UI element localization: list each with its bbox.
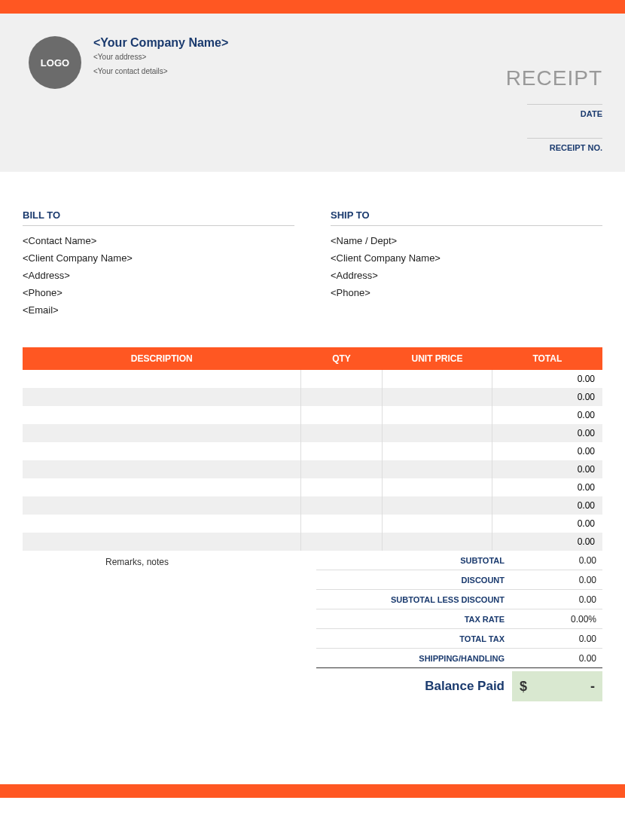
ship-to-address[interactable]: <Address>: [331, 270, 602, 281]
cell-unit-price[interactable]: [382, 515, 492, 533]
ship-to-column: SHIP TO <Name / Dept> <Client Company Na…: [331, 209, 602, 322]
discount-value[interactable]: 0.00: [512, 575, 602, 585]
cell-total[interactable]: 0.00: [492, 424, 602, 442]
total-tax-row: TOTAL TAX 0.00: [316, 629, 602, 649]
subtotal-label: SUBTOTAL: [316, 556, 512, 565]
cell-total[interactable]: 0.00: [492, 515, 602, 533]
cell-qty[interactable]: [301, 460, 383, 478]
cell-description[interactable]: [23, 442, 301, 460]
company-address[interactable]: <Your address>: [93, 53, 228, 61]
bottom-spacer: [0, 701, 625, 784]
ship-to-name[interactable]: <Name / Dept>: [331, 235, 602, 246]
balance-box: $ -: [512, 671, 602, 701]
subtotal-less-row: SUBTOTAL LESS DISCOUNT 0.00: [316, 590, 602, 609]
remarks-label[interactable]: Remarks, notes: [23, 551, 316, 701]
cell-description[interactable]: [23, 533, 301, 551]
cell-total[interactable]: 0.00: [492, 496, 602, 515]
cell-qty[interactable]: [301, 442, 383, 460]
cell-qty[interactable]: [301, 406, 383, 424]
bill-to-phone[interactable]: <Phone>: [23, 287, 294, 298]
cell-unit-price[interactable]: [382, 370, 492, 388]
shipping-label: SHIPPING/HANDLING: [316, 654, 512, 663]
cell-total[interactable]: 0.00: [492, 388, 602, 406]
cell-unit-price[interactable]: [382, 388, 492, 406]
cell-description[interactable]: [23, 496, 301, 515]
bill-to-heading: BILL TO: [23, 209, 294, 226]
col-total: TOTAL: [492, 347, 602, 370]
date-label: DATE: [527, 109, 602, 118]
table-row: 0.00: [23, 370, 602, 388]
document-title: RECEIPT: [506, 66, 602, 90]
cell-description[interactable]: [23, 478, 301, 496]
cell-total[interactable]: 0.00: [492, 406, 602, 424]
meta-block: DATE RECEIPT NO.: [527, 104, 602, 172]
header-section: LOGO <Your Company Name> <Your address> …: [0, 14, 625, 172]
table-row: 0.00: [23, 442, 602, 460]
cell-unit-price[interactable]: [382, 460, 492, 478]
cell-total[interactable]: 0.00: [492, 370, 602, 388]
cell-total[interactable]: 0.00: [492, 533, 602, 551]
col-unit-price: UNIT PRICE: [382, 347, 492, 370]
table-row: 0.00: [23, 424, 602, 442]
table-header-row: DESCRIPTION QTY UNIT PRICE TOTAL: [23, 347, 602, 370]
bill-to-contact[interactable]: <Contact Name>: [23, 235, 294, 246]
col-qty: QTY: [301, 347, 383, 370]
company-name[interactable]: <Your Company Name>: [93, 36, 228, 50]
receipt-no-label: RECEIPT NO.: [527, 143, 602, 152]
cell-qty[interactable]: [301, 496, 383, 515]
ship-to-company[interactable]: <Client Company Name>: [331, 252, 602, 264]
cell-qty[interactable]: [301, 478, 383, 496]
parties-section: BILL TO <Contact Name> <Client Company N…: [0, 172, 625, 337]
bill-to-company[interactable]: <Client Company Name>: [23, 252, 294, 264]
subtotal-less-value[interactable]: 0.00: [512, 594, 602, 605]
discount-row: DISCOUNT 0.00: [316, 570, 602, 590]
balance-currency: $: [520, 679, 527, 695]
cell-qty[interactable]: [301, 370, 383, 388]
ship-to-phone[interactable]: <Phone>: [331, 287, 602, 298]
cell-description[interactable]: [23, 515, 301, 533]
table-row: 0.00: [23, 496, 602, 515]
table-row: 0.00: [23, 533, 602, 551]
company-info: <Your Company Name> <Your address> <Your…: [93, 36, 228, 81]
summary-section: Remarks, notes SUBTOTAL 0.00 DISCOUNT 0.…: [23, 551, 602, 701]
balance-amount[interactable]: -: [527, 679, 595, 695]
cell-unit-price[interactable]: [382, 478, 492, 496]
cell-qty[interactable]: [301, 533, 383, 551]
date-field[interactable]: DATE: [527, 104, 602, 118]
tax-rate-row: TAX RATE 0.00%: [316, 609, 602, 629]
tax-rate-label: TAX RATE: [316, 615, 512, 624]
cell-unit-price[interactable]: [382, 533, 492, 551]
cell-total[interactable]: 0.00: [492, 442, 602, 460]
tax-rate-value[interactable]: 0.00%: [512, 614, 602, 625]
items-table: DESCRIPTION QTY UNIT PRICE TOTAL 0.000.0…: [23, 347, 602, 551]
cell-unit-price[interactable]: [382, 496, 492, 515]
bill-to-address[interactable]: <Address>: [23, 270, 294, 281]
cell-description[interactable]: [23, 460, 301, 478]
ship-to-heading: SHIP TO: [331, 209, 602, 226]
company-contact[interactable]: <Your contact details>: [93, 67, 228, 75]
bill-to-column: BILL TO <Contact Name> <Client Company N…: [23, 209, 294, 322]
cell-description[interactable]: [23, 406, 301, 424]
subtotal-value[interactable]: 0.00: [512, 555, 602, 566]
cell-qty[interactable]: [301, 388, 383, 406]
cell-qty[interactable]: [301, 515, 383, 533]
table-row: 0.00: [23, 460, 602, 478]
total-tax-value[interactable]: 0.00: [512, 634, 602, 644]
cell-unit-price[interactable]: [382, 424, 492, 442]
cell-qty[interactable]: [301, 424, 383, 442]
bill-to-email[interactable]: <Email>: [23, 304, 294, 316]
balance-row: Balance Paid $ -: [316, 671, 602, 701]
total-tax-label: TOTAL TAX: [316, 634, 512, 643]
receipt-no-field[interactable]: RECEIPT NO.: [527, 138, 602, 152]
cell-total[interactable]: 0.00: [492, 460, 602, 478]
table-row: 0.00: [23, 406, 602, 424]
cell-description[interactable]: [23, 370, 301, 388]
cell-unit-price[interactable]: [382, 406, 492, 424]
cell-description[interactable]: [23, 424, 301, 442]
cell-description[interactable]: [23, 388, 301, 406]
subtotal-less-label: SUBTOTAL LESS DISCOUNT: [316, 595, 512, 604]
top-accent-bar: [0, 0, 625, 14]
shipping-value[interactable]: 0.00: [512, 653, 602, 664]
cell-total[interactable]: 0.00: [492, 478, 602, 496]
cell-unit-price[interactable]: [382, 442, 492, 460]
